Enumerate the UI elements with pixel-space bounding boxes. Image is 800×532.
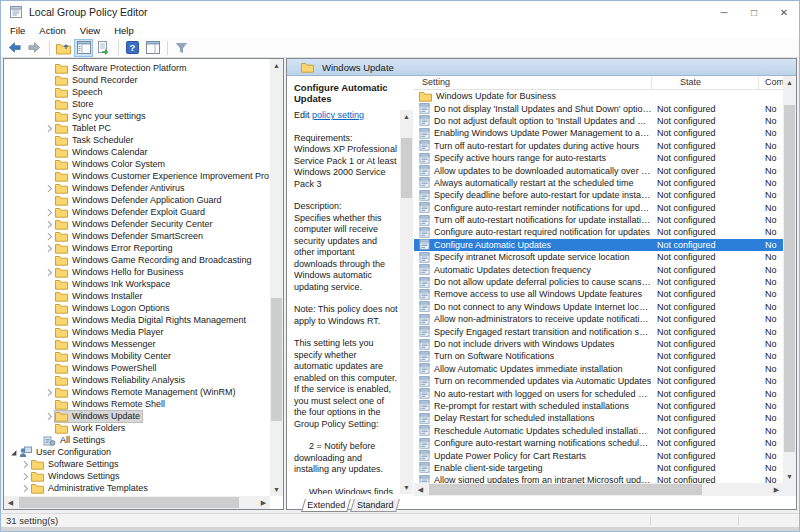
close-button[interactable]: ✕	[769, 1, 799, 23]
settings-row[interactable]: Configure auto-restart warning notificat…	[414, 437, 783, 449]
chevron-collapsed-icon[interactable]	[44, 232, 55, 241]
settings-row[interactable]: Enabling Windows Update Power Management…	[414, 127, 783, 139]
settings-row[interactable]: Specify active hours range for auto-rest…	[414, 152, 783, 164]
back-icon[interactable]	[5, 39, 24, 57]
tree-item[interactable]: Windows Remote Shell	[4, 398, 269, 410]
settings-row[interactable]: Enable client-side targetingNot configur…	[414, 462, 783, 474]
chevron-collapsed-icon[interactable]	[20, 484, 31, 493]
settings-row[interactable]: Do not connect to any Windows Update Int…	[414, 301, 783, 313]
settings-row[interactable]: Allow non-administrators to receive upda…	[414, 313, 783, 325]
chevron-collapsed-icon[interactable]	[44, 412, 55, 421]
chevron-collapsed-icon[interactable]	[44, 184, 55, 193]
scroll-left-arrow[interactable]: ◀	[414, 483, 427, 496]
scroll-up-arrow[interactable]: ▲	[783, 76, 796, 89]
help-icon[interactable]: ?	[123, 39, 142, 57]
chevron-collapsed-icon[interactable]	[44, 268, 55, 277]
settings-row[interactable]: Always automatically restart at the sche…	[414, 177, 783, 189]
tree-item[interactable]: Windows Ink Workspace	[4, 278, 269, 290]
tree-item[interactable]: Windows Media Digital Rights Management	[4, 314, 269, 326]
tree-item[interactable]: Windows Defender Exploit Guard	[4, 206, 269, 218]
tree-item[interactable]: Sync your settings	[4, 110, 269, 122]
column-header-setting[interactable]: Setting	[414, 76, 652, 89]
show-action-pane-icon[interactable]	[143, 39, 162, 57]
export-list-icon[interactable]	[94, 39, 113, 57]
settings-row[interactable]: Re-prompt for restart with scheduled ins…	[414, 400, 783, 412]
settings-row[interactable]: Allow updates to be downloaded automatic…	[414, 164, 783, 176]
column-header-comment[interactable]: Comment	[759, 76, 783, 89]
maximize-button[interactable]: □	[739, 1, 769, 23]
tree-item[interactable]: Windows Defender Application Guard	[4, 194, 269, 206]
tree-item[interactable]: Windows PowerShell	[4, 362, 269, 374]
menu-action[interactable]: Action	[32, 23, 72, 38]
tree-vertical-scrollbar[interactable]: ▲ ▼	[270, 59, 283, 496]
policy-setting-link[interactable]: policy setting	[312, 110, 364, 120]
tree-item[interactable]: Tablet PC	[4, 122, 269, 134]
settings-row[interactable]: Update Power Policy for Cart RestartsNot…	[414, 449, 783, 461]
settings-row[interactable]: Specify deadline before auto-restart for…	[414, 189, 783, 201]
settings-row[interactable]: Turn off auto-restart for updates during…	[414, 140, 783, 152]
scroll-down-arrow[interactable]: ▼	[400, 481, 413, 494]
tree-item[interactable]: Administrative Templates	[4, 482, 269, 494]
tree-item[interactable]: Sound Recorder	[4, 74, 269, 86]
tree-item[interactable]: Windows Logon Options	[4, 302, 269, 314]
tab-standard[interactable]: Standard	[350, 499, 400, 512]
settings-row[interactable]: No auto-restart with logged on users for…	[414, 387, 783, 399]
settings-row[interactable]: Do not allow update deferral policies to…	[414, 276, 783, 288]
settings-row[interactable]: Delay Restart for scheduled installation…	[414, 412, 783, 424]
settings-row[interactable]: Windows Update for Business	[414, 90, 783, 102]
minimize-button[interactable]: ─	[709, 1, 739, 23]
tree-item[interactable]: Windows Customer Experience Improvement …	[4, 170, 269, 182]
tree-item[interactable]: Windows Defender Security Center	[4, 218, 269, 230]
chevron-collapsed-icon[interactable]	[44, 208, 55, 217]
settings-row[interactable]: Do not adjust default option to 'Install…	[414, 115, 783, 127]
chevron-collapsed-icon[interactable]	[20, 472, 31, 481]
settings-row[interactable]: Automatic Updates detection frequencyNot…	[414, 263, 783, 275]
settings-row[interactable]: Turn off auto-restart notifications for …	[414, 214, 783, 226]
chevron-collapsed-icon[interactable]	[44, 124, 55, 133]
scroll-up-arrow[interactable]: ▲	[400, 110, 413, 123]
tree-item[interactable]: Windows Calendar	[4, 146, 269, 158]
settings-row[interactable]: Specify intranet Microsoft update servic…	[414, 251, 783, 263]
scroll-down-arrow[interactable]: ▼	[783, 470, 796, 483]
menu-file[interactable]: File	[3, 23, 32, 38]
tree-item[interactable]: Software Protection Platform	[4, 62, 269, 74]
filter-icon[interactable]	[172, 39, 191, 57]
description-scrollbar[interactable]: ▲ ▼	[400, 110, 413, 494]
scroll-thumb[interactable]	[429, 484, 702, 495]
scroll-up-arrow[interactable]: ▲	[270, 59, 283, 72]
tree-item[interactable]: Windows Color System	[4, 158, 269, 170]
tree-item[interactable]: All Settings	[4, 434, 269, 446]
list-horizontal-scrollbar[interactable]: ◀ ▶	[414, 483, 783, 496]
tree-item[interactable]: Speech	[4, 86, 269, 98]
menu-help[interactable]: Help	[107, 23, 141, 38]
settings-row[interactable]: Configure auto-restart reminder notifica…	[414, 202, 783, 214]
tree-item[interactable]: Windows Update	[4, 410, 269, 422]
scroll-thumb[interactable]	[271, 298, 282, 421]
tree-item[interactable]: Task Scheduler	[4, 134, 269, 146]
up-one-level-icon[interactable]	[54, 39, 73, 57]
show-console-tree-icon[interactable]	[74, 39, 93, 57]
settings-row[interactable]: Remove access to use all Windows Update …	[414, 288, 783, 300]
settings-row[interactable]: Do not display 'Install Updates and Shut…	[414, 102, 783, 114]
scroll-right-arrow[interactable]: ▶	[257, 496, 270, 509]
tree-item[interactable]: Windows Game Recording and Broadcasting	[4, 254, 269, 266]
settings-row[interactable]: Reschedule Automatic Updates scheduled i…	[414, 425, 783, 437]
scroll-down-arrow[interactable]: ▼	[270, 483, 283, 496]
scroll-thumb[interactable]	[784, 105, 795, 452]
settings-row[interactable]: Configure Automatic UpdatesNot configure…	[414, 239, 783, 251]
tree-item[interactable]: Windows Remote Management (WinRM)	[4, 386, 269, 398]
settings-row[interactable]: Turn on Software NotificationsNot config…	[414, 350, 783, 362]
tree-item[interactable]: Windows Reliability Analysis	[4, 374, 269, 386]
tree-item[interactable]: Windows Defender Antivirus	[4, 182, 269, 194]
settings-row[interactable]: Allow signed updates from an intranet Mi…	[414, 474, 783, 483]
forward-icon[interactable]	[25, 39, 44, 57]
scroll-thumb[interactable]	[19, 497, 239, 508]
tree-item[interactable]: Store	[4, 98, 269, 110]
column-header-state[interactable]: State	[652, 76, 759, 89]
tab-extended[interactable]: Extended	[301, 499, 351, 512]
settings-row[interactable]: Specify Engaged restart transition and n…	[414, 325, 783, 337]
tree-item[interactable]: User Configuration	[4, 446, 269, 458]
tree-item[interactable]: Windows Installer	[4, 290, 269, 302]
chevron-collapsed-icon[interactable]	[44, 244, 55, 253]
tree-item[interactable]: Windows Hello for Business	[4, 266, 269, 278]
